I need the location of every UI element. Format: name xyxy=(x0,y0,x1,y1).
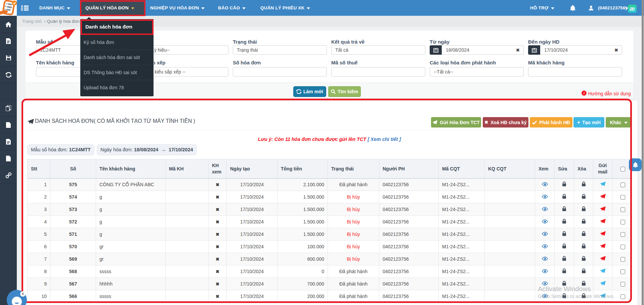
svg-text:x: x xyxy=(22,291,24,296)
